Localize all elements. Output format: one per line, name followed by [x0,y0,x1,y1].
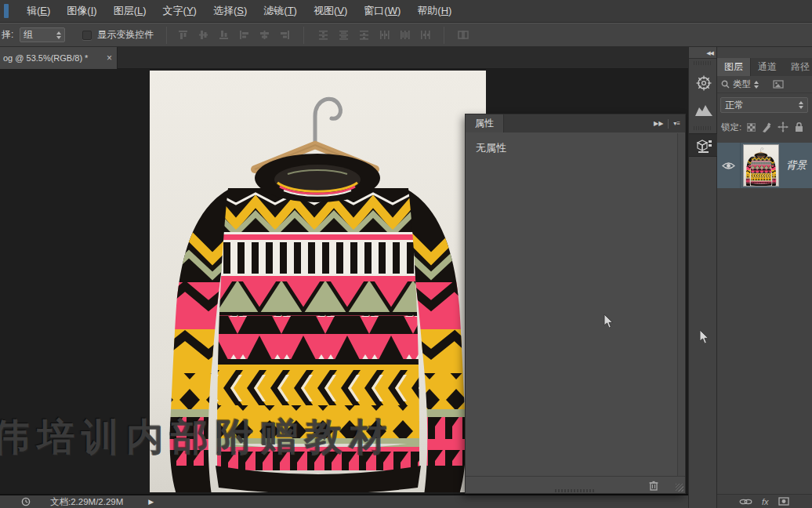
delete-trash-icon[interactable] [647,480,660,491]
layer-thumbnail[interactable] [743,144,779,187]
collapse-panel-icon[interactable]: ▶▶ [654,120,663,127]
align-right-icon[interactable] [276,27,293,43]
lock-position-icon[interactable] [778,122,788,132]
panel-resize-grip[interactable] [555,489,596,492]
menu-type[interactable]: 文字(Y) [163,4,197,18]
menu-key: H [441,5,448,16]
menu-edit[interactable]: 辑(E) [27,4,50,18]
lock-pixels-brush-icon[interactable] [761,122,772,132]
properties-header: 属性 ▶▶ ▾≡ [466,114,685,132]
menu-image[interactable]: 图像(I) [67,4,96,18]
link-layers-icon[interactable] [739,498,752,506]
no-properties-text: 无属性 [466,132,685,155]
distribute-bottom-icon[interactable] [355,27,372,43]
layer-row-background[interactable]: 背景 [717,143,812,188]
align-vertical-center-icon[interactable] [194,27,212,43]
status-menu-arrow-icon[interactable]: ▶ [148,498,154,506]
close-tab-icon[interactable]: × [107,53,112,64]
properties-footer [466,476,685,493]
menu-label: 选择( [213,5,237,16]
layer-visibility-cell[interactable] [717,143,741,188]
adjustments-panel-icon[interactable] [689,71,718,95]
lock-transparency-icon[interactable] [747,123,756,132]
document-size-info: 文档:2.29M/2.29M [50,496,123,508]
lock-all-icon[interactable] [794,122,804,132]
separator [303,27,304,44]
app-logo-icon [4,4,9,18]
menu-key: S [237,5,244,16]
align-left-icon[interactable] [235,27,252,43]
properties-panel-icon[interactable] [689,133,718,157]
stepper-icon [799,101,803,109]
align-buttons [174,27,472,44]
menu-key: Y [187,5,194,16]
menu-label: ) [448,5,451,16]
distribute-right-icon[interactable] [416,27,433,43]
menu-key: W [388,5,397,16]
menu-label: ) [47,5,50,16]
menu-window[interactable]: 窗口(W) [364,4,401,18]
menu-label: 图层( [114,5,137,16]
document-tab[interactable]: og @ 53.5%(RGB/8) * × [0,47,118,69]
distribute-left-icon[interactable] [375,27,393,43]
add-layer-mask-icon[interactable] [778,497,789,506]
menu-label: 辑( [27,5,40,16]
auto-align-layers-icon[interactable] [455,27,472,43]
distribute-vertical-center-icon[interactable] [335,27,352,43]
align-bottom-icon[interactable] [215,27,232,43]
menu-label: 图像( [67,5,90,16]
show-transform-label: 显示变换控件 [97,28,154,42]
menu-filter[interactable]: 滤镜(T) [263,4,297,18]
tab-paths[interactable]: 路径 [784,58,812,76]
tab-channels[interactable]: 通道 [751,58,784,76]
stepper-icon [754,81,759,89]
show-transform-checkbox[interactable] [82,31,92,40]
panel-menu-icon[interactable]: ▾≡ [673,120,680,127]
lock-row: 锁定: [721,119,812,135]
distribute-top-icon[interactable] [314,27,332,43]
menu-label: ) [194,5,197,16]
menu-select[interactable]: 选择(S) [213,4,247,18]
menu-view[interactable]: 视图(V) [314,4,347,18]
filter-kind-value[interactable]: 类型 [733,78,751,90]
menu-help[interactable]: 帮助(H) [417,4,451,18]
tab-properties[interactable]: 属性 [466,114,504,132]
align-horizontal-center-icon[interactable] [256,27,273,43]
select-mode-label: 择: [2,28,13,42]
menu-bar: 辑(E) 图像(I) 图层(L) 文字(Y) 选择(S) 滤镜(T) 视图(V)… [0,0,812,23]
menu-key: E [40,5,47,16]
layer-style-fx-icon[interactable]: fx [762,497,769,506]
align-top-icon[interactable] [174,27,191,43]
menu-label: ) [143,5,146,16]
menu-label: ) [294,5,297,16]
blend-mode-dropdown[interactable]: 正常 [720,97,808,113]
eye-icon [722,161,735,170]
distribute-horizontal-center-icon[interactable] [396,27,413,43]
menu-label: ) [344,5,347,16]
menu-label: ) [397,5,401,16]
select-mode-dropdown[interactable]: 组 [20,27,65,42]
separator [444,27,444,44]
separator [668,119,669,129]
menu-label: 文字( [163,5,187,16]
separator [166,27,167,44]
panel-resize-corner[interactable] [676,484,683,492]
watermark-text: 伟培训内部附赠教材 [0,412,541,463]
mouse-cursor [699,329,710,345]
properties-panel: 属性 ▶▶ ▾≡ 无属性 [465,114,686,494]
filter-pixel-icon[interactable] [773,80,784,89]
scrollbar[interactable] [677,133,684,477]
histogram-panel-icon[interactable] [689,98,718,122]
tab-layers[interactable]: 图层 [717,58,751,76]
menu-label: 滤镜( [263,5,287,16]
menu-layer[interactable]: 图层(L) [114,4,147,18]
panel-gripper[interactable] [694,126,712,130]
lock-label: 锁定: [721,122,741,133]
select-mode-value: 组 [24,28,33,42]
expand-panels-icon[interactable]: ◀◀ [689,47,716,59]
menu-label: ) [93,5,96,16]
menu-label: 视图( [314,5,337,16]
layer-name[interactable]: 背景 [786,158,807,172]
menu-label: ) [244,5,247,16]
panel-gripper[interactable] [694,61,712,65]
